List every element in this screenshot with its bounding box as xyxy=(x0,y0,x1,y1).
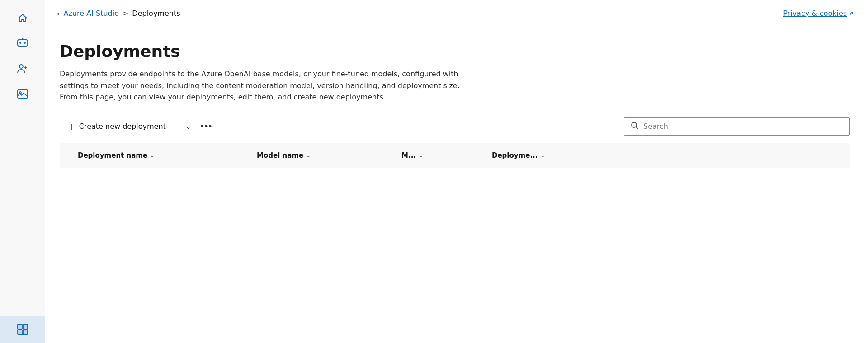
table-header: Deployment name ⌄ Model name ⌄ M... ⌄ De… xyxy=(60,143,850,168)
sort-icon-deployment-name: ⌄ xyxy=(150,152,155,159)
svg-rect-10 xyxy=(23,324,28,329)
m-label: M... xyxy=(401,151,416,160)
sort-deployme-button[interactable]: Deployme... ⌄ xyxy=(492,151,850,160)
create-dropdown-button[interactable]: ⌄ xyxy=(180,118,197,135)
deployment-name-label: Deployment name xyxy=(78,151,147,160)
page-title: Deployments xyxy=(60,42,850,61)
breadcrumb: » Azure AI Studio > Deployments xyxy=(56,9,180,18)
col-header-deployme: Deployme... ⌄ xyxy=(485,151,850,160)
sidebar xyxy=(0,0,45,343)
svg-rect-12 xyxy=(23,330,28,334)
users-plus-icon xyxy=(16,62,29,75)
sort-m-button[interactable]: M... ⌄ xyxy=(401,151,485,160)
plus-icon: + xyxy=(68,122,75,131)
more-options-button[interactable]: ••• xyxy=(197,118,216,135)
svg-point-1 xyxy=(19,42,21,44)
chat-bot-icon xyxy=(16,37,29,50)
svg-point-15 xyxy=(632,122,637,127)
breadcrumb-separator: > xyxy=(123,9,128,18)
privacy-label: Privacy & cookies xyxy=(783,9,847,18)
deployme-label: Deployme... xyxy=(492,151,538,160)
chevron-down-icon: ⌄ xyxy=(185,122,191,131)
svg-rect-11 xyxy=(18,330,22,334)
toolbar-divider xyxy=(177,120,177,133)
sort-icon-m: ⌄ xyxy=(419,152,423,159)
gallery-icon xyxy=(16,88,29,100)
svg-point-2 xyxy=(24,42,26,44)
svg-point-4 xyxy=(19,65,23,68)
ellipsis-icon: ••• xyxy=(200,121,212,132)
sidebar-item-deployments[interactable] xyxy=(0,316,45,343)
sidebar-item-users[interactable] xyxy=(0,56,45,81)
col-header-deployment-name: Deployment name ⌄ xyxy=(60,151,250,160)
svg-line-16 xyxy=(636,127,638,129)
expand-icon[interactable]: » xyxy=(56,10,60,17)
search-icon xyxy=(631,122,639,132)
svg-point-3 xyxy=(22,38,23,40)
breadcrumb-bar: » Azure AI Studio > Deployments Privacy … xyxy=(45,0,868,27)
sort-deployment-name-button[interactable]: Deployment name ⌄ xyxy=(78,151,250,160)
search-input[interactable] xyxy=(643,122,843,131)
breadcrumb-current: Deployments xyxy=(132,9,180,18)
sidebar-item-gallery[interactable] xyxy=(0,81,45,107)
svg-rect-0 xyxy=(18,40,28,46)
privacy-cookies-link[interactable]: Privacy & cookies ⇗ xyxy=(783,9,854,18)
svg-rect-9 xyxy=(18,324,22,329)
deployments-icon xyxy=(16,323,29,336)
create-deployment-label: Create new deployment xyxy=(79,122,166,131)
breadcrumb-parent-link[interactable]: Azure AI Studio xyxy=(64,9,119,18)
sort-model-name-button[interactable]: Model name ⌄ xyxy=(257,151,394,160)
model-name-label: Model name xyxy=(257,151,303,160)
create-deployment-button[interactable]: + Create new deployment xyxy=(60,117,174,136)
col-header-model-name: Model name ⌄ xyxy=(250,151,394,160)
sort-icon-model-name: ⌄ xyxy=(306,152,311,159)
search-box xyxy=(624,117,850,136)
main-content: » Azure AI Studio > Deployments Privacy … xyxy=(45,0,868,343)
sidebar-item-home[interactable] xyxy=(0,5,45,31)
col-header-m: M... ⌄ xyxy=(394,151,485,160)
home-icon xyxy=(16,12,29,24)
external-link-icon: ⇗ xyxy=(849,10,854,17)
sidebar-item-chat[interactable] xyxy=(0,31,45,56)
page-body: Deployments Deployments provide endpoint… xyxy=(45,27,868,343)
svg-point-8 xyxy=(19,92,21,94)
toolbar: + Create new deployment ⌄ ••• xyxy=(60,117,850,143)
sort-icon-deployme: ⌄ xyxy=(540,152,545,159)
page-description: Deployments provide endpoints to the Azu… xyxy=(60,68,467,103)
